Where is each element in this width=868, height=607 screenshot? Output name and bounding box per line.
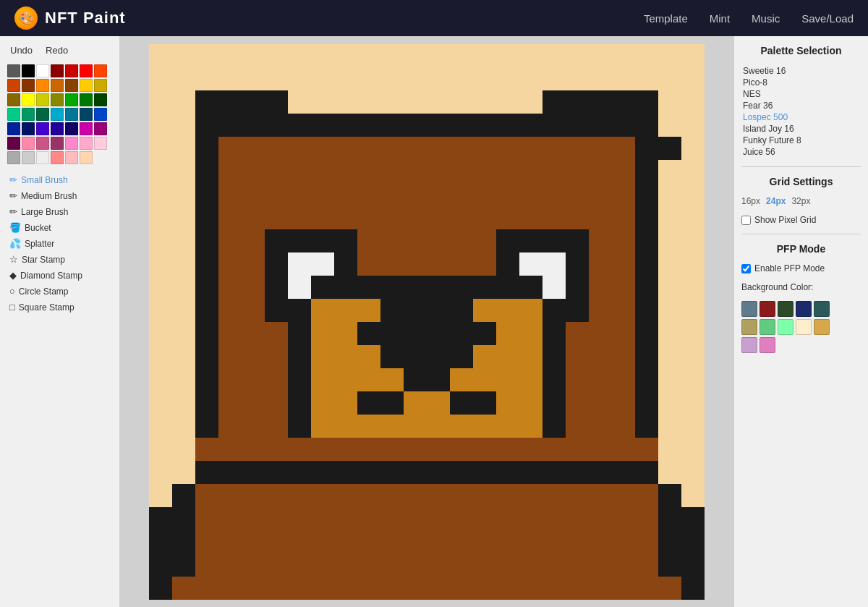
tool-small-brush[interactable]: ✏Small Brush [7,173,112,187]
color-swatch-29[interactable] [22,122,35,135]
color-swatch-8[interactable] [22,79,35,92]
color-swatch-10[interactable] [51,79,64,92]
color-swatch-4[interactable] [65,64,78,77]
palette-item-3[interactable]: Fear 36 [741,100,861,111]
color-swatch-14[interactable] [7,93,20,106]
color-swatch-31[interactable] [51,122,64,135]
color-swatch-5[interactable] [80,64,93,77]
pfp-mode-title: PFP Mode [741,243,861,255]
tool-square-stamp[interactable]: □Square Stamp [7,300,112,314]
color-swatch-26[interactable] [80,108,93,121]
color-swatch-13[interactable] [94,79,107,92]
color-swatch-39[interactable] [65,137,78,150]
tool-bucket[interactable]: 🪣Bucket [7,221,112,234]
nav-link-mint[interactable]: Mint [710,12,730,25]
pfp-color-6[interactable] [760,319,775,335]
tool-icon-8: □ [9,302,15,313]
pfp-color-8[interactable] [796,319,812,335]
color-swatch-19[interactable] [80,93,93,106]
palette-item-1[interactable]: Pico-8 [741,77,861,88]
tool-label-2: Large Brush [21,207,68,217]
pfp-color-3[interactable] [796,301,812,317]
tool-star-stamp[interactable]: ☆Star Stamp [7,252,112,266]
color-swatch-12[interactable] [80,79,93,92]
tool-icon-0: ✏ [9,174,17,185]
color-swatch-11[interactable] [65,79,78,92]
color-swatch-16[interactable] [36,93,49,106]
color-swatch-18[interactable] [65,93,78,106]
palette-item-2[interactable]: NES [741,88,861,100]
show-pixel-grid-checkbox[interactable] [741,216,751,225]
color-swatch-43[interactable] [22,151,35,164]
tool-label-7: Circle Stamp [19,286,69,297]
enable-pfp-checkbox[interactable] [741,264,751,273]
pfp-color-2[interactable] [778,301,793,317]
tool-medium-brush[interactable]: ✏Medium Brush [7,189,112,203]
color-swatch-9[interactable] [36,79,49,92]
color-swatch-24[interactable] [51,108,64,121]
color-swatch-27[interactable] [94,108,107,121]
color-swatch-6[interactable] [94,64,107,77]
color-swatch-36[interactable] [22,137,35,150]
palette-item-5[interactable]: Island Joy 16 [741,123,861,135]
drawing-canvas[interactable] [149,44,705,600]
palette-item-4[interactable]: Lospec 500 [741,111,861,123]
grid-size-24px[interactable]: 24px [766,196,786,206]
color-swatch-2[interactable] [36,64,49,77]
nav-link-template[interactable]: Template [644,12,688,25]
color-swatch-47[interactable] [80,151,93,164]
color-swatch-34[interactable] [94,122,107,135]
color-swatch-7[interactable] [7,79,20,92]
color-swatch-20[interactable] [94,93,107,106]
color-swatch-0[interactable] [7,64,20,77]
undo-button[interactable]: Undo [7,43,35,57]
color-swatch-32[interactable] [65,122,78,135]
tool-diamond-stamp[interactable]: ◆Diamond Stamp [7,268,112,282]
pfp-color-5[interactable] [741,319,757,335]
grid-size-16px[interactable]: 16px [741,196,760,206]
color-swatch-45[interactable] [51,151,64,164]
color-swatch-44[interactable] [36,151,49,164]
nav-link-saveload[interactable]: Save/Load [801,12,854,25]
pfp-color-1[interactable] [760,301,775,317]
pfp-color-4[interactable] [814,301,830,317]
grid-size-32px[interactable]: 32px [791,196,810,206]
logo-text: NFT Paint [45,9,126,27]
pfp-color-9[interactable] [814,319,830,335]
color-swatch-22[interactable] [22,108,35,121]
tool-large-brush[interactable]: ✏Large Brush [7,205,112,218]
pfp-color-11[interactable] [760,337,775,353]
pfp-color-7[interactable] [778,319,793,335]
color-swatch-30[interactable] [36,122,49,135]
redo-button[interactable]: Redo [43,43,71,57]
palette-item-6[interactable]: Funky Future 8 [741,135,861,146]
grid-size-options: 16px24px32px [741,196,861,206]
palette-item-7[interactable]: Juice 56 [741,146,861,158]
color-swatch-17[interactable] [51,93,64,106]
palette-item-0[interactable]: Sweetie 16 [741,65,861,77]
nav-links: TemplateMintMusicSave/Load [644,12,854,25]
nav-link-music[interactable]: Music [752,12,780,25]
color-swatch-42[interactable] [7,151,20,164]
color-swatch-3[interactable] [51,64,64,77]
color-swatch-40[interactable] [80,137,93,150]
color-swatch-15[interactable] [22,93,35,106]
pfp-color-0[interactable] [741,301,757,317]
color-swatch-1[interactable] [22,64,35,77]
tool-circle-stamp[interactable]: ○Circle Stamp [7,284,112,298]
color-swatch-41[interactable] [94,137,107,150]
pfp-color-10[interactable] [741,337,757,353]
color-swatch-25[interactable] [65,108,78,121]
color-swatch-33[interactable] [80,122,93,135]
pixel-canvas[interactable] [149,44,705,600]
color-swatch-21[interactable] [7,108,20,121]
color-swatch-23[interactable] [36,108,49,121]
canvas-area[interactable] [119,36,734,607]
color-swatch-37[interactable] [36,137,49,150]
color-swatch-46[interactable] [65,151,78,164]
tool-splatter[interactable]: 💦Splatter [7,237,112,250]
color-swatch-35[interactable] [7,137,20,150]
color-swatch-38[interactable] [51,137,64,150]
color-swatch-28[interactable] [7,122,20,135]
tool-label-4: Splatter [25,239,54,249]
